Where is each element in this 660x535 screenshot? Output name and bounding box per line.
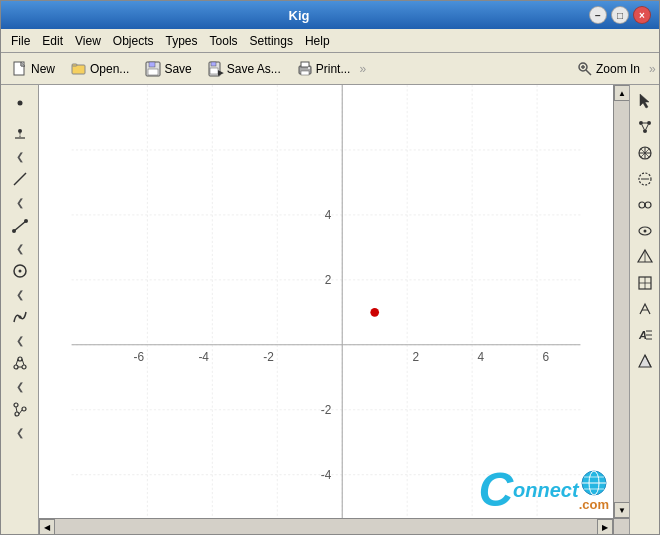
svg-point-31	[14, 365, 18, 369]
right-tool-10[interactable]	[633, 349, 657, 373]
svg-rect-9	[210, 68, 218, 74]
svg-point-39	[14, 403, 18, 407]
svg-line-78	[642, 125, 644, 129]
left-tool-line[interactable]	[6, 165, 34, 193]
svg-point-32	[22, 365, 26, 369]
save-label: Save	[164, 62, 191, 76]
open-button[interactable]: Open...	[64, 58, 136, 80]
svg-point-68	[370, 308, 379, 317]
toolbar-separator-1: »	[359, 62, 365, 76]
menu-objects[interactable]: Objects	[107, 32, 160, 50]
minimize-button[interactable]: −	[589, 6, 607, 24]
menu-tools[interactable]: Tools	[204, 32, 244, 50]
scroll-down-button[interactable]: ▼	[614, 502, 629, 518]
open-label: Open...	[90, 62, 129, 76]
svg-point-21	[18, 129, 22, 133]
new-button[interactable]: New	[5, 58, 62, 80]
maximize-button[interactable]: □	[611, 6, 629, 24]
save-as-button[interactable]: ▶ Save As...	[201, 58, 288, 80]
scroll-left-button[interactable]: ◀	[39, 519, 55, 534]
titlebar: Kig − □ ×	[1, 1, 659, 29]
open-icon	[71, 61, 87, 77]
scroll-v-track[interactable]	[614, 101, 629, 502]
scroll-up-button[interactable]: ▲	[614, 85, 629, 101]
right-tool-3[interactable]	[633, 167, 657, 191]
right-tool-2[interactable]	[633, 141, 657, 165]
right-tool-9[interactable]: A	[633, 323, 657, 347]
left-tool-segment[interactable]	[6, 211, 34, 239]
scroll-h-track[interactable]	[55, 519, 597, 534]
right-tool-5[interactable]	[633, 219, 657, 243]
print-button[interactable]: Print...	[290, 58, 358, 80]
menu-help[interactable]: Help	[299, 32, 336, 50]
save-as-label: Save As...	[227, 62, 281, 76]
svg-point-75	[647, 121, 651, 125]
svg-text:6: 6	[542, 350, 549, 364]
svg-point-74	[639, 121, 643, 125]
horizontal-scrollbar[interactable]: ◀ ▶	[39, 518, 613, 534]
expand-arrow-4[interactable]: ❮	[6, 287, 34, 301]
left-tool-extra[interactable]	[6, 349, 34, 377]
expand-arrow-5[interactable]: ❮	[6, 333, 34, 347]
expand-arrow-6[interactable]: ❮	[6, 379, 34, 393]
expand-arrow-7[interactable]: ❮	[6, 425, 34, 439]
menu-types[interactable]: Types	[160, 32, 204, 50]
left-tool-point[interactable]	[6, 89, 34, 117]
svg-line-40	[16, 407, 17, 412]
svg-text:-4: -4	[321, 468, 332, 482]
svg-text:4: 4	[477, 350, 484, 364]
main-area: ❮ ❮ ❮	[1, 85, 659, 534]
menubar: File Edit View Objects Types Tools Setti…	[1, 29, 659, 53]
toolbar-separator-2: »	[649, 62, 655, 76]
scroll-corner	[613, 518, 629, 534]
right-tool-7[interactable]	[633, 271, 657, 295]
right-tool-8[interactable]	[633, 297, 657, 321]
graph-svg: 2 4 6 -2 -4 -6 2 4 -2 -4	[39, 85, 613, 518]
save-as-icon: ▶	[208, 61, 224, 77]
svg-point-89	[644, 204, 646, 206]
right-tool-1[interactable]	[633, 115, 657, 139]
svg-text:-6: -6	[133, 350, 144, 364]
right-tool-4[interactable]	[633, 193, 657, 217]
right-toolbar: A	[629, 85, 659, 534]
svg-point-20	[19, 102, 21, 104]
save-button[interactable]: Save	[138, 58, 198, 80]
left-tool-circle[interactable]	[6, 257, 34, 285]
svg-point-33	[18, 357, 22, 361]
main-window: Kig − □ × File Edit View Objects Types T…	[0, 0, 660, 535]
menu-settings[interactable]: Settings	[244, 32, 299, 50]
left-tool-locus[interactable]	[6, 303, 34, 331]
zoom-in-label: Zoom In	[596, 62, 640, 76]
left-toolbar: ❮ ❮ ❮	[1, 85, 39, 534]
expand-arrow-3[interactable]: ❮	[6, 241, 34, 255]
scroll-right-button[interactable]: ▶	[597, 519, 613, 534]
svg-rect-6	[148, 69, 158, 75]
svg-point-91	[643, 230, 646, 233]
svg-line-41	[19, 410, 22, 414]
zoom-in-button[interactable]: Zoom In	[570, 58, 647, 80]
menu-file[interactable]: File	[5, 32, 36, 50]
menu-edit[interactable]: Edit	[36, 32, 69, 50]
left-tool-point-xy[interactable]	[6, 119, 34, 147]
svg-rect-12	[301, 62, 309, 67]
svg-point-27	[24, 219, 28, 223]
new-label: New	[31, 62, 55, 76]
close-button[interactable]: ×	[633, 6, 651, 24]
svg-line-24	[14, 173, 26, 185]
graph-canvas[interactable]: 2 4 6 -2 -4 -6 2 4 -2 -4	[39, 85, 613, 518]
menu-view[interactable]: View	[69, 32, 107, 50]
svg-text:2: 2	[325, 273, 332, 287]
right-tool-6[interactable]	[633, 245, 657, 269]
svg-line-25	[14, 221, 26, 231]
canvas-container[interactable]: 2 4 6 -2 -4 -6 2 4 -2 -4	[39, 85, 629, 534]
expand-arrow-2[interactable]: ❮	[6, 195, 34, 209]
svg-text:A: A	[638, 329, 647, 341]
vertical-scrollbar[interactable]: ▲ ▼	[613, 85, 629, 518]
zoom-in-icon	[577, 61, 593, 77]
svg-rect-5	[149, 62, 155, 67]
svg-text:4: 4	[325, 208, 332, 222]
svg-text:-2: -2	[263, 350, 274, 364]
expand-arrow-1[interactable]: ❮	[6, 149, 34, 163]
left-tool-extra2[interactable]	[6, 395, 34, 423]
right-tool-select[interactable]	[633, 89, 657, 113]
